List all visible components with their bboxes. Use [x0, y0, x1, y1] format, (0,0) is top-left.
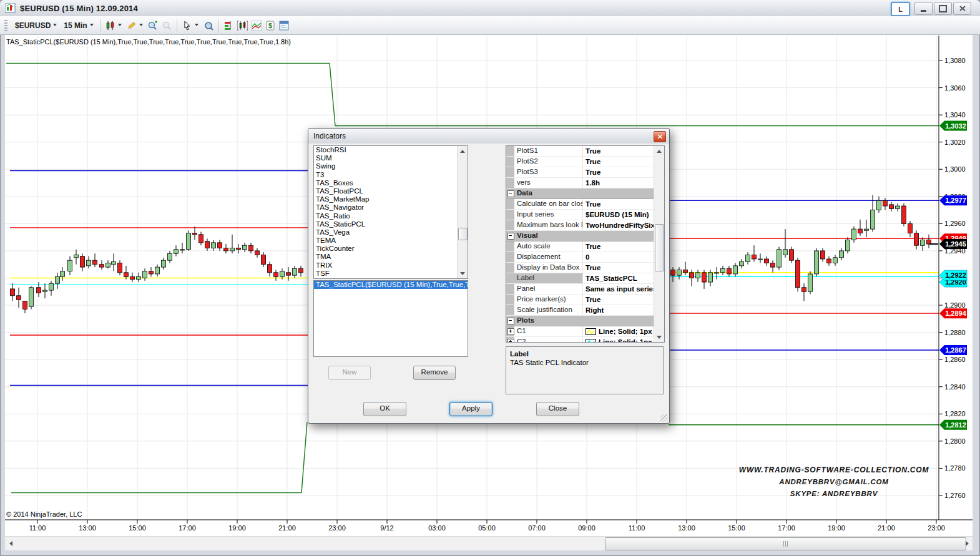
- property-row[interactable]: PlotS1True: [506, 146, 654, 157]
- scroll-down-button[interactable]: [458, 268, 468, 278]
- ok-button[interactable]: OK: [363, 402, 406, 416]
- indicator-list-item[interactable]: TAS_Navigator: [314, 203, 468, 212]
- property-value[interactable]: True: [583, 146, 654, 156]
- indicator-list-item[interactable]: SUM: [314, 154, 468, 162]
- indicator-list-item[interactable]: TRIX: [314, 261, 468, 270]
- indicator-list-item[interactable]: TEMA: [314, 237, 468, 245]
- drawing-tools-button[interactable]: [125, 19, 139, 32]
- property-row[interactable]: C2Line; Solid; 1px: [506, 337, 654, 343]
- grid-scrollbar[interactable]: [654, 146, 664, 342]
- property-value[interactable]: 1.8h: [583, 178, 654, 188]
- row-gutter: [506, 220, 514, 230]
- indicator-list-item[interactable]: T3: [314, 171, 468, 179]
- chevron-down-icon[interactable]: [195, 24, 198, 26]
- property-value[interactable]: Right: [583, 305, 654, 315]
- indicator-list-item[interactable]: Swing: [314, 162, 468, 170]
- property-grid[interactable]: PlotS1TruePlotS2TruePlotS3Truevers1.8hDa…: [506, 145, 665, 343]
- property-value[interactable]: $EURUSD (15 Min): [583, 210, 654, 220]
- remove-button[interactable]: Remove: [413, 366, 456, 380]
- property-row[interactable]: Calculate on bar closTrue: [506, 199, 654, 210]
- applied-indicator-item[interactable]: TAS_StaticPCL($EURUSD (15 Min),True,True…: [314, 281, 468, 289]
- chevron-down-icon[interactable]: [139, 24, 143, 26]
- chevron-down-icon[interactable]: [90, 24, 94, 26]
- instrument-selector[interactable]: $EURUSD: [11, 20, 52, 31]
- property-value[interactable]: TwoHundredFiftySix: [583, 220, 654, 230]
- indicator-list-item[interactable]: TickCounter: [314, 245, 468, 253]
- expand-icon[interactable]: [507, 339, 514, 343]
- scroll-right-button[interactable]: [961, 537, 973, 550]
- horizontal-scrollbar[interactable]: [5, 536, 973, 550]
- toolbar-grip[interactable]: [4, 20, 7, 31]
- indicator-list-item[interactable]: TAS_MarketMap: [314, 195, 468, 203]
- indicator-list-item[interactable]: TSF: [314, 270, 468, 278]
- scroll-left-button[interactable]: [5, 537, 16, 550]
- property-row[interactable]: PanelSame as input series: [506, 284, 654, 295]
- collapse-icon[interactable]: [507, 318, 514, 324]
- bars-period-button[interactable]: [222, 19, 236, 32]
- candlestick-style-button[interactable]: [104, 19, 117, 32]
- property-value[interactable]: Same as input series: [583, 284, 654, 294]
- indicator-list-item[interactable]: TAS_Vega: [314, 228, 468, 237]
- property-row[interactable]: Auto scaleTrue: [506, 241, 654, 252]
- property-value[interactable]: True: [583, 263, 654, 273]
- scrollbar-thumb[interactable]: [655, 224, 664, 271]
- row-gutter: [506, 231, 514, 241]
- property-row[interactable]: Displacement0: [506, 252, 654, 263]
- indicator-list-item[interactable]: TAS_Boxes: [314, 179, 468, 187]
- property-row[interactable]: Price marker(s)True: [506, 295, 654, 305]
- resize-grip[interactable]: [660, 414, 668, 422]
- indicator-list-item[interactable]: TMA: [314, 253, 468, 261]
- property-value[interactable]: True: [583, 241, 654, 251]
- indicator-list-item[interactable]: TAS_Ratio: [314, 212, 468, 220]
- property-row[interactable]: PlotS3True: [506, 167, 654, 178]
- interval-selector[interactable]: 15 Min: [60, 20, 89, 31]
- candle-body: [174, 250, 179, 254]
- property-category-row[interactable]: Visual: [506, 231, 654, 241]
- chart-style-button[interactable]: [236, 19, 250, 32]
- dialog-close-button[interactable]: [654, 131, 666, 142]
- property-value[interactable]: True: [583, 295, 654, 305]
- applied-indicators-list[interactable]: TAS_StaticPCL($EURUSD (15 Min),True,True…: [313, 280, 468, 357]
- property-row[interactable]: C1Line; Solid; 1px: [506, 326, 654, 337]
- properties-panel-button[interactable]: [277, 19, 291, 32]
- close-button[interactable]: Close: [536, 402, 579, 416]
- property-row[interactable]: Display in Data BoxTrue: [506, 263, 654, 273]
- available-indicators-list[interactable]: StochRSISUMSwingT3TAS_BoxesTAS_FloatPCLT…: [313, 145, 468, 279]
- property-category-row[interactable]: Data: [506, 188, 654, 199]
- property-row[interactable]: vers1.8h: [506, 178, 654, 188]
- property-row[interactable]: Maximum bars look lTwoHundredFiftySix: [506, 220, 654, 231]
- property-value[interactable]: Line; Solid; 1px: [583, 337, 654, 343]
- expand-icon[interactable]: [507, 328, 514, 335]
- property-value[interactable]: True: [583, 167, 654, 177]
- scrollbar-thumb[interactable]: [605, 537, 966, 550]
- instrument-dollar-button[interactable]: $: [263, 19, 277, 32]
- property-value[interactable]: True: [583, 199, 654, 209]
- property-row[interactable]: Scale justificationRight: [506, 305, 654, 316]
- apply-button[interactable]: Apply: [449, 402, 492, 416]
- property-value[interactable]: TAS_StaticPCL: [583, 273, 654, 283]
- property-row[interactable]: LabelTAS_StaticPCL: [506, 273, 654, 284]
- chevron-down-icon[interactable]: [53, 24, 57, 26]
- collapse-icon[interactable]: [507, 190, 514, 197]
- collapse-icon[interactable]: [507, 233, 514, 240]
- cursor-button[interactable]: [180, 19, 194, 32]
- data-box-button[interactable]: [202, 19, 215, 32]
- regions-button[interactable]: [250, 19, 263, 32]
- indicator-list-item[interactable]: TAS_FloatPCL: [314, 187, 468, 195]
- property-row[interactable]: PlotS2True: [506, 157, 654, 167]
- property-value[interactable]: True: [583, 157, 654, 167]
- list-scrollbar[interactable]: [457, 146, 468, 278]
- chevron-down-icon[interactable]: [118, 24, 122, 26]
- scroll-up-button[interactable]: [654, 146, 664, 156]
- dialog-title-bar[interactable]: Indicators: [308, 129, 669, 144]
- scroll-up-button[interactable]: [458, 146, 468, 156]
- indicator-list-item[interactable]: TAS_StaticPCL: [314, 220, 468, 228]
- property-value[interactable]: 0: [583, 252, 654, 262]
- property-row[interactable]: Input series$EURUSD (15 Min): [506, 210, 654, 220]
- indicator-list-item[interactable]: StochRSI: [314, 146, 468, 154]
- scrollbar-thumb[interactable]: [458, 228, 468, 240]
- scroll-down-button[interactable]: [654, 332, 664, 342]
- property-category-row[interactable]: Plots: [506, 316, 654, 326]
- zoom-in-button[interactable]: [146, 19, 160, 32]
- property-value[interactable]: Line; Solid; 1px: [583, 326, 654, 336]
